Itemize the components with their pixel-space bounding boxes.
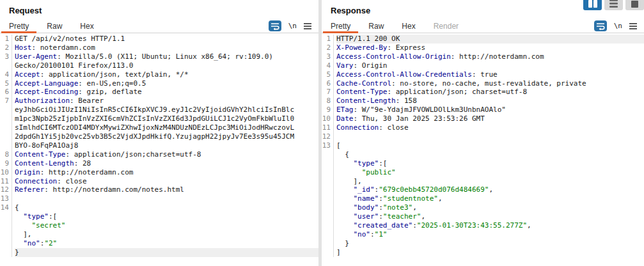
- code-line: 10Origin: http://noterdamn.com: [0, 168, 318, 177]
- request-toolbar: \n: [269, 19, 318, 33]
- line-number: 12: [0, 185, 12, 194]
- message-editor: Request Pretty Raw Hex \n 1GET /api/v2/n…: [0, 0, 644, 266]
- code-line: sImlhdCI6MTczODI4MDYxMywiZXhwIjoxNzM4NDU…: [0, 123, 318, 132]
- line-number: [0, 61, 12, 70]
- request-title: Request: [0, 0, 318, 19]
- line-number: [322, 159, 334, 168]
- rows-layout-icon: [609, 0, 618, 8]
- code-line: 13: [0, 194, 318, 203]
- code-line: 9Content-Length: 28: [0, 159, 318, 168]
- code-line: 9ETag: W/"9e-YdajmJFVOWLDOlLkm3UnbnAOAlo…: [322, 106, 644, 114]
- line-number: [322, 168, 334, 177]
- code-line: 12Referer: http://noterdamn.com/notes.ht…: [0, 185, 318, 194]
- code-line: BYO-8oFqPA1Oaj8: [0, 141, 318, 150]
- code-line: "_id":"679c0ebb45720d076d484669",: [322, 185, 644, 194]
- response-tab-render[interactable]: Render: [425, 19, 467, 33]
- request-tab-raw[interactable]: Raw: [38, 19, 71, 33]
- code-line: 6Cache-Control: no-store, no-cache, must…: [322, 79, 644, 88]
- response-panel: Response Pretty Raw Hex Render \n 1HTTP/…: [322, 0, 644, 266]
- code-line: "created_date":"2025-01-30T23:43:55.277Z…: [322, 221, 644, 230]
- line-number: 12: [322, 132, 334, 141]
- line-number: 3: [0, 52, 12, 61]
- code-line: "secret": [0, 221, 318, 230]
- code-line: 8Content-Length: 158: [322, 97, 644, 106]
- code-line: 10Date: Thu, 30 Jan 2025 23:53:26 GMT: [322, 114, 644, 123]
- line-number: 13: [322, 141, 334, 150]
- code-line: 5Access-Control-Allow-Credentials: true: [322, 70, 644, 79]
- code-line: "name":"studentnote",: [322, 194, 644, 203]
- line-number: 2: [322, 43, 334, 52]
- line-number: [322, 194, 334, 203]
- code-line: m1pc3Npb25zIjpbInVzZXI6cmVhZCIsInVzZXI6d…: [0, 114, 318, 123]
- code-line: 2X-Powered-By: Express: [322, 43, 644, 52]
- code-line: Gecko/20100101 Firefox/113.0: [0, 61, 318, 70]
- request-menu-icon[interactable]: [304, 23, 311, 29]
- line-number: [322, 185, 334, 194]
- line-number: 2: [0, 43, 12, 52]
- line-number: 3: [322, 52, 334, 61]
- code-line: eyJhbGciOiJIUzI1NiIsInR5cCI6IkpXVCJ9.eyJ…: [0, 106, 318, 114]
- line-number: [322, 212, 334, 221]
- response-toolbar: \n: [594, 19, 644, 33]
- line-number: 7: [322, 88, 334, 97]
- code-line: ]: [322, 248, 644, 257]
- line-number: 1: [0, 35, 12, 43]
- line-number: [0, 141, 12, 150]
- word-wrap-icon[interactable]: [594, 20, 607, 31]
- line-number: 11: [0, 177, 12, 186]
- newline-toggle-icon[interactable]: \n: [288, 22, 297, 30]
- code-line: 6Accept-Encoding: gzip, deflate: [0, 88, 318, 97]
- line-number: [0, 239, 12, 248]
- line-number: 8: [0, 150, 12, 159]
- single-layout-icon: [631, 1, 638, 8]
- line-number: [0, 230, 12, 239]
- response-menu-icon[interactable]: [629, 23, 637, 29]
- line-number: 10: [0, 168, 12, 177]
- request-panel: Request Pretty Raw Hex \n 1GET /api/v2/n…: [0, 0, 318, 266]
- request-tabbar: Pretty Raw Hex \n: [0, 19, 318, 33]
- code-line: 14{: [0, 203, 318, 212]
- word-wrap-icon[interactable]: [269, 20, 281, 31]
- code-line: "body":"note3",: [322, 203, 644, 212]
- code-line: }: [322, 239, 644, 248]
- newline-toggle-icon[interactable]: \n: [614, 22, 622, 30]
- layout-single-button[interactable]: [625, 0, 644, 10]
- code-line: 4Vary: Origin: [322, 61, 644, 70]
- line-number: 7: [0, 97, 12, 106]
- request-tab-pretty[interactable]: Pretty: [0, 19, 38, 33]
- line-number: 10: [322, 114, 334, 123]
- line-number: [322, 177, 334, 186]
- line-number: 1: [322, 35, 334, 43]
- response-tab-raw[interactable]: Raw: [359, 19, 393, 33]
- line-number: [322, 239, 334, 248]
- line-number: 5: [0, 79, 12, 88]
- code-line: "no":"2": [0, 239, 318, 248]
- line-number: [0, 123, 12, 132]
- layout-rows-button[interactable]: [604, 0, 623, 10]
- response-tab-hex[interactable]: Hex: [393, 19, 424, 33]
- line-number: 11: [322, 123, 334, 132]
- response-viewer[interactable]: 1HTTP/1.1 200 OK2X-Powered-By: Express3A…: [322, 33, 644, 266]
- request-tab-hex[interactable]: Hex: [71, 19, 102, 33]
- line-number: [322, 230, 334, 239]
- code-line: 5Accept-Language: en-US,en;q=0.5: [0, 79, 318, 88]
- line-number: [0, 248, 12, 257]
- line-number: [322, 248, 334, 257]
- response-tab-pretty[interactable]: Pretty: [322, 19, 359, 33]
- code-line: 2dpdGh1Yi5jb20vc25vb3B5c2VjdXJpdHkifQ.Yz…: [0, 132, 318, 141]
- request-editor[interactable]: 1GET /api/v2/notes HTTP/1.12Host: noterd…: [0, 33, 318, 266]
- code-line: 13[: [322, 141, 644, 150]
- code-line: 1GET /api/v2/notes HTTP/1.1: [0, 35, 318, 43]
- line-number: 14: [0, 203, 12, 212]
- code-line: 11Connection: close: [0, 177, 318, 186]
- response-tabbar: Pretty Raw Hex Render \n: [322, 19, 644, 33]
- code-line: ],: [0, 230, 318, 239]
- code-line: "type":[: [322, 159, 644, 168]
- line-number: [322, 203, 334, 212]
- line-number: 13: [0, 194, 12, 203]
- code-line: "type":[: [0, 212, 318, 221]
- layout-columns-button[interactable]: [583, 0, 602, 10]
- code-line: 4Accept: application/json, text/plain, *…: [0, 70, 318, 79]
- code-line: 7Content-Type: application/json; charset…: [322, 88, 644, 97]
- code-line: 3User-Agent: Mozilla/5.0 (X11; Ubuntu; L…: [0, 52, 318, 61]
